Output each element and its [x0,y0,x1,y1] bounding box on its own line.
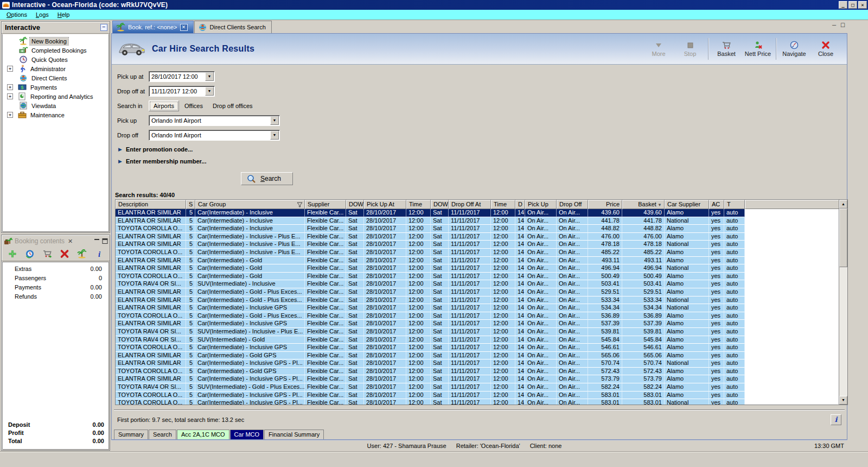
chevron-down-icon[interactable]: ▼ [270,131,279,140]
table-row[interactable]: ELANTRA OR SIMILAR5Car(Intermediate) - I… [116,359,745,368]
delete-cross-icon[interactable] [60,249,69,258]
scroll-down-icon[interactable]: ▼ [839,396,847,405]
panel-collapse-button[interactable]: − [100,24,107,31]
scrollbar-thumb[interactable] [839,209,847,267]
search-in-option-airports[interactable]: Airports [149,100,179,111]
table-row[interactable]: TOYOTA COROLLA O...5Car(Intermediate) - … [116,368,745,376]
sidebar-item-viewdata[interactable]: Viewdata [3,101,108,110]
tab-close-icon[interactable]: ✕ [180,24,188,31]
chevron-down-icon[interactable]: ▼ [205,72,214,81]
dropoff-at-combo[interactable]: 11/11/2017 12:00 ▼ [149,86,215,97]
sidebar-item-maintenance[interactable]: +Maintenance [3,110,108,119]
column-header-pick_up_at[interactable]: Pick Up At [364,200,406,209]
pickup-at-combo[interactable]: 28/10/2017 12:00 ▼ [149,71,215,82]
table-row[interactable]: TOYOTA COROLLA O...5Car(Intermediate) - … [116,273,745,281]
panel-minimize-icon[interactable] [94,238,100,244]
table-row[interactable]: ELANTRA OR SIMILAR5Car(Intermediate) - I… [116,375,745,383]
table-row[interactable]: TOYOTA COROLLA O...5Car(Intermediate) - … [116,225,745,233]
column-header-pick_up[interactable]: Pick Up [525,200,557,209]
column-header-time2[interactable]: Time [491,200,515,209]
window-minimize-button[interactable]: _ [839,1,847,9]
expand-plus-icon[interactable]: + [7,66,13,72]
sidebar-item-new-booking[interactable]: New Booking [3,36,108,46]
palm-tree-icon[interactable] [77,249,87,258]
sidebar-item-quick-quotes[interactable]: Quick Quotes [3,55,108,64]
table-row[interactable]: ELANTRA OR SIMILAR5Car(Intermediate) - G… [116,352,745,360]
booking-contents-close-icon[interactable]: ✕ [67,238,74,245]
sidebar-item-reporting-and-analytics[interactable]: +Reporting and Analytics [3,92,108,101]
table-row[interactable]: TOYOTA COROLLA O...5Car(Intermediate) - … [116,249,745,257]
basket-button[interactable]: Basket [711,39,742,59]
table-row[interactable]: TOYOTA RAV4 OR SI...5SUV(Intermediate) -… [116,336,745,344]
table-row[interactable]: ELANTRA OR SIMILAR5Car(Intermediate) - G… [116,288,745,296]
table-row[interactable]: ELANTRA OR SIMILAR5Car(Intermediate) - I… [116,320,745,328]
table-row[interactable]: ELANTRA OR SIMILAR5Car(Intermediate) - I… [116,241,745,249]
cart-icon[interactable] [42,249,52,258]
membership-number-expander[interactable]: ▶ Enter membership number... [118,158,847,165]
tab-book-ref-none-[interactable]: Book. ref.: <none>✕ [112,21,194,33]
table-row[interactable]: ELANTRA OR SIMILAR5Car(Intermediate) - G… [116,264,745,273]
menu-item-help[interactable]: Help [53,10,74,19]
column-header-t[interactable]: T [724,200,745,209]
table-row[interactable]: ELANTRA OR SIMILAR5Car(Intermediate) - I… [116,209,745,217]
search-button[interactable]: Search [241,172,293,185]
dropoff-location-combo[interactable]: Orlando Intl Airport ▼ [149,130,280,141]
tabgroup-minimize-icon[interactable]: ─ [832,22,836,28]
window-close-button[interactable]: ✕ [858,1,867,9]
add-icon[interactable] [8,249,17,258]
pickup-location-combo[interactable]: Orlando Intl Airport ▼ [149,115,280,126]
column-header-time1[interactable]: Time [406,200,431,209]
column-header-car_group[interactable]: Car Group [195,200,305,209]
column-header-dow1[interactable]: DOW [346,200,364,209]
expand-plus-icon[interactable]: + [7,112,13,118]
table-row[interactable]: ELANTRA OR SIMILAR5Car(Intermediate) - G… [116,257,745,265]
column-header-drop_off[interactable]: Drop Off [557,200,588,209]
close-button[interactable]: Close [810,39,841,59]
table-row[interactable]: TOYOTA RAV4 OR SI...5SUV(Intermediate) -… [116,328,745,336]
table-row[interactable]: TOYOTA COROLLA O...5Car(Intermediate) - … [116,399,745,405]
sidebar-item-payments[interactable]: +$Payments [3,83,108,92]
vertical-scrollbar[interactable]: ▲ ▼ [839,200,847,405]
column-header-d[interactable]: D [515,200,525,209]
table-row[interactable]: TOYOTA COROLLA O...5Car(Intermediate) - … [116,312,745,320]
bottom-tab-summary[interactable]: Summary [114,430,148,439]
tabgroup-restore-icon[interactable]: ☐ [840,22,845,28]
nett-price-button[interactable]: Nett Price [742,39,774,59]
sidebar-item-administrator[interactable]: +Administrator [3,64,108,73]
sidebar-item-completed-bookings[interactable]: Completed Bookings [3,46,108,55]
table-row[interactable]: TOYOTA RAV4 OR SI...5SUV(Intermediate) -… [116,280,745,288]
table-row[interactable]: ELANTRA OR SIMILAR5Car(Intermediate) - I… [116,233,745,241]
navigate-button[interactable]: Navigate [778,39,810,59]
table-row[interactable]: TOYOTA COROLLA O...5Car(Intermediate) - … [116,392,745,400]
bottom-tab-financial-summary[interactable]: Financial Summary [264,430,324,439]
expand-plus-icon[interactable]: + [7,84,13,90]
scroll-up-icon[interactable]: ▲ [839,200,847,209]
bottom-tab-search[interactable]: Search [149,430,176,439]
table-row[interactable]: TOYOTA COROLLA O...5Car(Intermediate) - … [116,344,745,352]
column-header-basket[interactable]: Basket ▼ [622,200,665,209]
column-header-ac[interactable]: AC [709,200,724,209]
availability-clock-icon[interactable] [25,249,35,258]
table-row[interactable]: ELANTRA OR SIMILAR5Car(Intermediate) - I… [116,304,745,312]
promotion-code-expander[interactable]: ▶ Enter promotion code... [118,146,847,153]
info-button[interactable]: i [831,414,841,425]
column-header-price[interactable]: Price [588,200,622,209]
window-maximize-button[interactable]: □ [848,1,857,9]
menu-item-logs[interactable]: Logs [31,10,53,19]
column-header-supplier[interactable]: Supplier [305,200,346,209]
info-icon[interactable]: i [94,249,104,258]
search-in-option-offices[interactable]: Offices [180,101,207,111]
column-header-description[interactable]: Description [116,200,186,209]
bottom-tab-acc-2a-1c-mco[interactable]: Acc 2A,1C MCO [177,430,229,439]
tab-direct-clients-search[interactable]: Direct Clients Search [194,21,272,33]
sidebar-item-direct-clients[interactable]: Direct Clients [3,73,108,83]
column-header-drop_off_at[interactable]: Drop Off At [449,200,491,209]
chevron-down-icon[interactable]: ▼ [270,116,279,125]
expand-plus-icon[interactable]: + [7,93,13,99]
column-header-s[interactable]: S [186,200,195,209]
table-row[interactable]: TOYOTA RAV4 OR SI...5SUV(Intermediate) -… [116,383,745,392]
menu-item-options[interactable]: Options [2,10,31,19]
filter-funnel-icon[interactable] [297,202,303,207]
panel-restore-icon[interactable] [102,238,108,244]
column-header-car_supplier[interactable]: Car Supplier [665,200,709,209]
